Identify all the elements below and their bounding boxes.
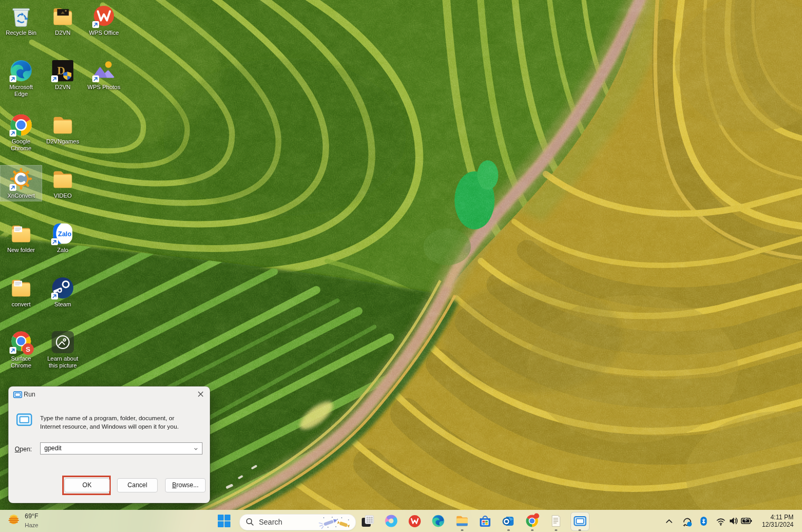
svg-text:S: S (26, 345, 31, 353)
svg-text:Zalo: Zalo (58, 230, 72, 238)
